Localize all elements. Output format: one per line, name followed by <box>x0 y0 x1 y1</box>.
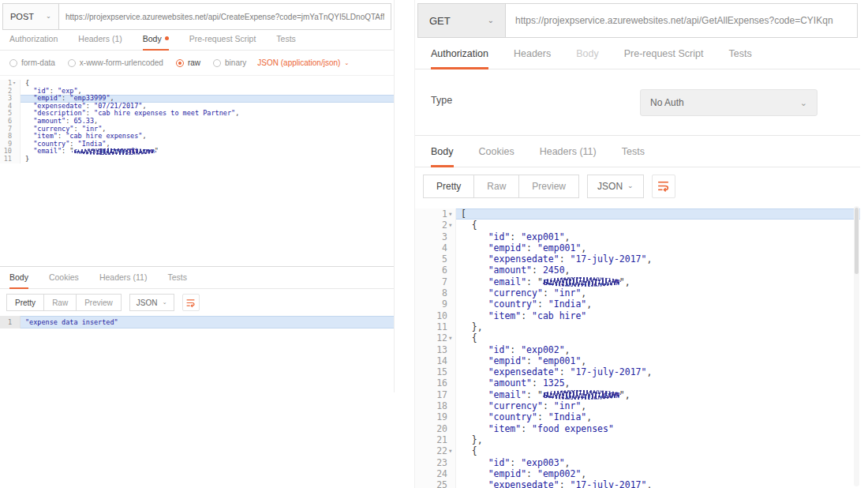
response-view-controls: PrettyRawPreview JSON ⌄ <box>415 167 860 205</box>
response-tab-headers-11[interactable]: Headers (11) <box>540 146 597 167</box>
view-raw[interactable]: Raw <box>44 294 77 311</box>
code-line[interactable]: 20 "item": "food expenses" <box>415 423 860 434</box>
method-label: POST <box>10 12 34 21</box>
code-line[interactable]: 18 "currency": "inr", <box>415 400 860 411</box>
line-number: 5 <box>415 253 456 265</box>
view-preview[interactable]: Preview <box>519 175 579 198</box>
response-tab-tests[interactable]: Tests <box>622 146 645 167</box>
code-line[interactable]: 12▾ { <box>415 332 860 343</box>
tab-authorization[interactable]: Authorization <box>9 34 58 50</box>
line-number: 8 <box>415 287 456 298</box>
format-dropdown[interactable]: JSON ⌄ <box>129 294 174 311</box>
code-line[interactable]: 5 "expensedate": "17-july-2017", <box>415 253 860 265</box>
response-tab-body[interactable]: Body <box>9 272 28 288</box>
tab-tests[interactable]: Tests <box>276 34 296 50</box>
response-tab-cookies[interactable]: Cookies <box>479 146 514 167</box>
response-tab-body[interactable]: Body <box>431 146 454 167</box>
wrap-text-icon[interactable] <box>652 175 675 198</box>
code-line[interactable]: 10 "email": "s.....@microsoft.com" <box>0 148 394 156</box>
code-line[interactable]: 4 "empid": "emp001", <box>415 242 860 253</box>
code-line[interactable]: 11 }, <box>415 321 860 332</box>
tab-headers-1[interactable]: Headers (1) <box>78 34 122 50</box>
body-mode-binary[interactable]: binary <box>213 58 246 67</box>
code-line[interactable]: 9 "country": "India", <box>415 298 860 310</box>
response-tab-cookies[interactable]: Cookies <box>49 272 79 288</box>
method-dropdown[interactable]: GET ⌄ <box>417 3 506 38</box>
line-number: 2▾ <box>415 220 456 231</box>
fold-caret-icon[interactable]: ▾ <box>448 208 455 220</box>
body-content-dot <box>165 36 169 40</box>
response-tab-tests[interactable]: Tests <box>167 272 187 288</box>
code-line[interactable]: 15 "expensedate": "17-july-2017", <box>415 366 860 377</box>
view-pretty[interactable]: Pretty <box>6 294 44 311</box>
code-line[interactable]: 17 "email": "s..........com", <box>415 389 860 400</box>
view-preview[interactable]: Preview <box>77 294 122 311</box>
tab-body[interactable]: Body <box>576 48 599 69</box>
wrap-text-icon[interactable] <box>182 294 200 311</box>
url-input[interactable] <box>59 3 391 30</box>
method-dropdown[interactable]: POST ⌄ <box>2 3 59 30</box>
code-line[interactable]: 11} <box>0 156 394 163</box>
tab-headers[interactable]: Headers <box>514 48 551 69</box>
code-line[interactable]: 1▾[ <box>415 208 860 220</box>
code-text: "empid": "emp001", <box>456 242 860 253</box>
code-line[interactable]: 24 "empid": "emp002", <box>415 468 860 479</box>
code-line[interactable]: 8 "currency": "inr", <box>415 287 860 298</box>
line-number: 21 <box>415 434 456 445</box>
line-number: 23 <box>415 457 456 468</box>
auth-type-dropdown[interactable]: No Auth ⌄ <box>640 89 817 116</box>
code-line[interactable]: 19 "country": "India", <box>415 411 860 422</box>
response-body-editor[interactable]: 1▾[2▾ {3 "id": "exp001",4 "empid": "emp0… <box>415 205 860 488</box>
view-pretty[interactable]: Pretty <box>423 175 474 198</box>
tab-authorization[interactable]: Authorization <box>431 48 488 69</box>
tab-pre-request-script[interactable]: Pre-request Script <box>189 34 256 50</box>
scrollbar-thumb[interactable] <box>855 208 859 274</box>
code-line[interactable]: 13 "id": "exp002", <box>415 344 860 355</box>
code-line[interactable]: 2▾ { <box>415 220 860 231</box>
fold-caret-icon[interactable]: ▾ <box>448 220 455 231</box>
body-mode-x-www-form-urlencoded[interactable]: x-www-form-urlencoded <box>68 58 163 67</box>
body-mode-raw[interactable]: raw <box>176 58 200 67</box>
tab-pre-request-script[interactable]: Pre-request Script <box>624 48 704 69</box>
format-label: JSON <box>597 181 623 192</box>
code-line[interactable]: 16 "amount": 1325, <box>415 377 860 389</box>
code-text: "id": "exp002", <box>456 344 860 355</box>
code-line[interactable]: 10 "item": "cab hire" <box>415 310 860 321</box>
body-mode-form-data[interactable]: form-data <box>9 58 55 67</box>
line-number: 15 <box>415 366 456 377</box>
code-text: "amount": 2450, <box>456 265 860 276</box>
code-line[interactable]: 23 "id": "exp003", <box>415 457 860 468</box>
code-line[interactable]: 25 "expensedate": "17-july-2017", <box>415 479 860 488</box>
code-text: "email": "s.....@microsoft.com" <box>21 148 394 156</box>
scrollbar[interactable] <box>854 206 859 486</box>
request-body-editor[interactable]: 1▾{2 "id": "exp",3 "empid": "emp33999",4… <box>0 76 394 267</box>
view-mode-group: PrettyRawPreview <box>6 294 122 311</box>
code-line[interactable]: 14 "empid": "emp001", <box>415 355 860 366</box>
line-number: 9 <box>415 298 456 310</box>
code-text: "expensedate": "17-july-2017", <box>456 479 860 488</box>
line-number: 17 <box>415 389 456 400</box>
radio-icon <box>9 59 17 67</box>
line-number: 1▾ <box>415 208 456 220</box>
fold-caret-icon[interactable]: ▾ <box>448 332 455 343</box>
view-raw[interactable]: Raw <box>474 175 519 198</box>
response-tab-headers-11[interactable]: Headers (11) <box>99 272 148 288</box>
fold-caret-icon[interactable]: ▾ <box>448 445 455 456</box>
response-body-editor[interactable]: 1"expense data inserted" <box>0 316 394 329</box>
code-text: "country": "India", <box>456 411 860 422</box>
content-type-dropdown[interactable]: JSON (application/json) ⌄ <box>257 58 349 67</box>
tab-body[interactable]: Body <box>143 34 169 50</box>
code-text: "country": "India", <box>456 298 860 310</box>
code-line[interactable]: 6 "amount": 2450, <box>415 265 860 276</box>
url-input[interactable] <box>506 3 858 38</box>
request-tabs: AuthorizationHeaders (1)BodyPre-request … <box>0 30 394 51</box>
code-line[interactable]: 21 }, <box>415 434 860 445</box>
code-line[interactable]: 3 "id": "exp001", <box>415 231 860 242</box>
code-line[interactable]: 7 "email": "s............m", <box>415 276 860 287</box>
code-line[interactable]: 22▾ { <box>415 445 860 456</box>
tab-tests[interactable]: Tests <box>728 48 751 69</box>
radio-icon <box>213 59 221 67</box>
format-dropdown[interactable]: JSON ⌄ <box>587 175 644 198</box>
fold-caret-icon[interactable]: ▾ <box>13 80 20 88</box>
code-line[interactable]: 1"expense data inserted" <box>0 316 394 328</box>
